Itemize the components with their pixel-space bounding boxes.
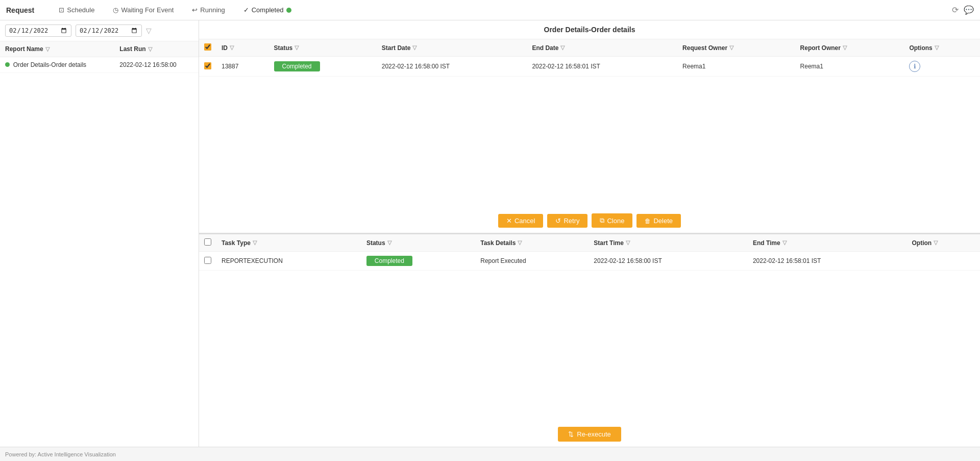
- start-time-filter-icon[interactable]: ▽: [626, 239, 630, 246]
- request-owner-cell: Reema1: [677, 57, 795, 77]
- report-name-cell: Order Details-Order details: [0, 57, 114, 73]
- last-run-cell: 2022-02-12 16:58:00: [114, 57, 199, 73]
- report-name-filter-icon[interactable]: ▽: [45, 46, 50, 53]
- row-checkbox-cell[interactable]: [199, 57, 216, 77]
- table-row[interactable]: 13887 Completed 2022-02-12 16:58:00 IST …: [199, 57, 980, 77]
- top-nav: Request Schedule Waiting For Event Runni…: [0, 0, 980, 20]
- report-owner-cell: Reema1: [795, 57, 904, 77]
- date-from-input[interactable]: [5, 25, 71, 37]
- completed-nav[interactable]: Completed: [239, 4, 296, 16]
- col-request-owner: Request Owner ▽: [677, 39, 795, 57]
- retry-icon: [555, 217, 561, 225]
- lower-status-filter-icon[interactable]: ▽: [387, 239, 391, 246]
- report-owner-filter-icon[interactable]: ▽: [843, 44, 847, 51]
- lower-option-cell: [906, 252, 980, 271]
- col-end-date: End Date ▽: [527, 39, 677, 57]
- running-label: Running: [200, 6, 225, 14]
- cancel-icon: [506, 217, 512, 225]
- re-execute-button[interactable]: ⇅ Re-execute: [558, 427, 621, 442]
- task-details-filter-icon[interactable]: ▽: [518, 239, 522, 246]
- waiting-nav[interactable]: Waiting For Event: [109, 4, 178, 16]
- end-time-filter-icon[interactable]: ▽: [782, 239, 787, 246]
- options-filter-icon[interactable]: ▽: [935, 44, 939, 51]
- last-run-filter-icon[interactable]: ▽: [148, 46, 152, 53]
- running-nav[interactable]: Running: [188, 4, 229, 16]
- col-start-date: Start Date ▽: [377, 39, 527, 57]
- lower-table-wrapper: Task Type ▽ Status ▽: [199, 234, 980, 422]
- id-cell: 13887: [216, 57, 269, 77]
- options-cell[interactable]: ℹ: [904, 57, 980, 77]
- end-date-cell: 2022-02-12 16:58:01 IST: [527, 57, 677, 77]
- left-table-wrapper: Report Name ▽ Last Run ▽: [0, 41, 199, 447]
- lower-status-badge: Completed: [366, 256, 412, 266]
- schedule-icon: [59, 6, 64, 14]
- schedule-label: Schedule: [67, 6, 94, 14]
- left-table: Report Name ▽ Last Run ▽: [0, 41, 199, 73]
- status-dot-green: [286, 8, 291, 13]
- col-lower-status: Status ▽: [361, 234, 475, 252]
- chat-button[interactable]: 💬: [964, 5, 974, 15]
- row-checkbox[interactable]: [204, 62, 211, 69]
- main-layout: ▽ Report Name ▽ Last Run: [0, 20, 980, 447]
- id-filter-icon[interactable]: ▽: [230, 44, 234, 51]
- completed-label: Completed: [252, 6, 284, 14]
- check-all-upper[interactable]: [204, 43, 211, 51]
- col-id: ID ▽: [216, 39, 269, 57]
- col-options: Options ▽: [904, 39, 980, 57]
- waiting-label: Waiting For Event: [121, 6, 174, 14]
- app-title: Request: [6, 6, 34, 14]
- cancel-button[interactable]: Cancel: [498, 214, 543, 228]
- col-report-name: Report Name ▽: [0, 41, 114, 57]
- col-task-details: Task Details ▽: [475, 234, 589, 252]
- lower-row-checkbox[interactable]: [204, 257, 211, 264]
- left-panel: ▽ Report Name ▽ Last Run: [0, 20, 199, 447]
- completed-icon: [243, 6, 249, 14]
- footer-bar: Powered by: Active Intelligence Visualiz…: [0, 447, 980, 461]
- status-cell: Completed: [269, 57, 377, 77]
- col-status: Status ▽: [269, 39, 377, 57]
- schedule-nav[interactable]: Schedule: [55, 4, 99, 16]
- waiting-icon: [113, 6, 118, 14]
- info-icon[interactable]: ℹ: [909, 61, 920, 72]
- re-execute-bar: ⇅ Re-execute: [199, 422, 980, 447]
- row-status-dot: [5, 62, 10, 67]
- table-row[interactable]: REPORTEXECUTION Completed Report Execute…: [199, 252, 980, 271]
- col-task-type: Task Type ▽: [216, 234, 361, 252]
- col-last-run: Last Run ▽: [114, 41, 199, 57]
- request-owner-filter-icon[interactable]: ▽: [729, 44, 733, 51]
- check-all-lower[interactable]: [204, 238, 211, 246]
- running-icon: [192, 6, 198, 14]
- clone-button[interactable]: Clone: [592, 213, 632, 228]
- start-date-filter-icon[interactable]: ▽: [412, 44, 416, 51]
- upper-data-table: ID ▽ Status ▽: [199, 39, 980, 77]
- start-date-cell: 2022-02-12 16:58:00 IST: [377, 57, 527, 77]
- filter-icon[interactable]: ▽: [146, 27, 152, 35]
- filter-bar: ▽: [0, 20, 199, 41]
- end-date-filter-icon[interactable]: ▽: [560, 44, 565, 51]
- status-filter-icon[interactable]: ▽: [295, 44, 299, 51]
- re-execute-icon: ⇅: [568, 430, 574, 438]
- lower-data-table: Task Type ▽ Status ▽: [199, 234, 980, 271]
- date-to-input[interactable]: [76, 25, 142, 37]
- task-type-cell: REPORTEXECUTION: [216, 252, 361, 271]
- delete-button[interactable]: Delete: [636, 214, 681, 228]
- col-option: Option ▽: [906, 234, 980, 252]
- lower-row-checkbox-cell[interactable]: [199, 252, 216, 271]
- refresh-button[interactable]: ⟳: [952, 5, 959, 15]
- right-panel: Order Details-Order details ID ▽: [199, 20, 980, 447]
- col-check-all[interactable]: [199, 39, 216, 57]
- end-time-cell: 2022-02-12 16:58:01 IST: [748, 252, 907, 271]
- retry-button[interactable]: Retry: [547, 214, 587, 228]
- lower-right: Task Type ▽ Status ▽: [199, 234, 980, 447]
- task-type-filter-icon[interactable]: ▽: [253, 239, 257, 246]
- action-bar: Cancel Retry Clone Delete: [199, 208, 980, 233]
- clone-icon: [600, 216, 604, 225]
- nav-icons: ⟳ 💬: [952, 5, 974, 15]
- delete-icon: [645, 217, 651, 225]
- section-title: Order Details-Order details: [199, 20, 980, 39]
- col-check-all-lower[interactable]: [199, 234, 216, 252]
- list-item[interactable]: Order Details-Order details 2022-02-12 1…: [0, 57, 199, 73]
- option-filter-icon[interactable]: ▽: [934, 239, 938, 246]
- upper-right: Order Details-Order details ID ▽: [199, 20, 980, 234]
- footer-text: Powered by: Active Intelligence Visualiz…: [5, 451, 116, 457]
